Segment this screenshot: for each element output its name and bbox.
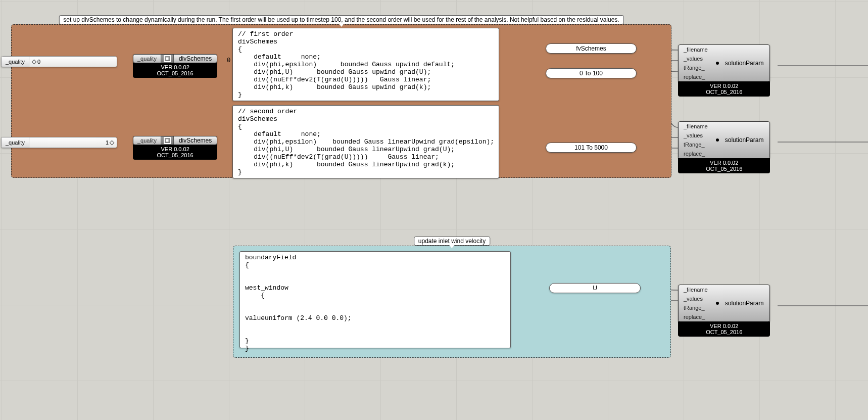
output-solutionparam[interactable]: solutionParam (722, 285, 770, 321)
version-footer: VER 0.0.02OCT_05_2016 (133, 63, 217, 78)
output-divschemes[interactable]: divSchemes (174, 55, 217, 63)
version-footer: VER 0.0.02OCT_05_2016 (133, 145, 217, 160)
input-trange[interactable]: tRange_ (679, 63, 713, 72)
text-panel-first-order[interactable]: // first order divSchemes { default none… (232, 28, 499, 101)
input-quality[interactable]: _quality (133, 55, 161, 63)
divschemes-node-1[interactable]: _quality divSchemes VER 0.0.02OCT_05_201… (133, 54, 217, 78)
input-trange[interactable]: tRange_ (679, 303, 713, 312)
slider-handle-icon (110, 140, 115, 145)
slider-quality-2[interactable]: _quality 1 (1, 137, 117, 148)
panel-index: 0 (227, 57, 230, 64)
slider-quality-1[interactable]: _quality 0 (1, 56, 117, 67)
solution-param-node-1[interactable]: _filename _values tRange_ replace_ solut… (678, 44, 770, 97)
panel-u[interactable]: U (549, 283, 641, 293)
text-panel-boundary[interactable]: boundaryField { west_window { valueunifo… (239, 251, 511, 348)
slider-track[interactable]: 0 (29, 57, 117, 67)
panel-fvschemes[interactable]: fvSchemes (546, 43, 637, 54)
input-trange[interactable]: tRange_ (679, 140, 713, 149)
input-filename[interactable]: _filename (679, 45, 713, 54)
component-icon (161, 136, 174, 145)
input-values[interactable]: _values (679, 131, 713, 140)
version-footer: VER 0.0.02OCT_05_2016 (678, 81, 770, 97)
slider-label: _quality (2, 57, 29, 67)
input-values[interactable]: _values (679, 294, 713, 303)
slider-value: 1 (106, 139, 109, 146)
slider-value: 0 (37, 59, 40, 65)
slider-handle-icon (31, 59, 36, 64)
slider-track[interactable]: 1 (29, 137, 117, 148)
component-dot-icon (716, 138, 719, 142)
output-solutionparam[interactable]: solutionParam (722, 122, 770, 158)
component-dot-icon (716, 302, 719, 305)
input-filename[interactable]: _filename (679, 285, 713, 294)
input-filename[interactable]: _filename (679, 122, 713, 131)
solution-param-node-2[interactable]: _filename _values tRange_ replace_ solut… (678, 121, 770, 173)
input-quality[interactable]: _quality (133, 136, 161, 145)
panel-range-2[interactable]: 101 To 5000 (546, 143, 637, 153)
solution-param-node-3[interactable]: _filename _values tRange_ replace_ solut… (678, 285, 770, 337)
version-footer: VER 0.0.02OCT_05_2016 (678, 321, 770, 337)
output-divschemes[interactable]: divSchemes (174, 136, 217, 145)
input-replace[interactable]: replace_ (679, 149, 713, 158)
group-label: set up divSchemes to change dynamically … (59, 15, 623, 24)
input-replace[interactable]: replace_ (679, 72, 713, 81)
version-footer: VER 0.0.02OCT_05_2016 (678, 158, 770, 173)
component-icon (161, 55, 174, 63)
input-values[interactable]: _values (679, 54, 713, 63)
panel-range-1[interactable]: 0 To 100 (546, 68, 637, 78)
slider-label: _quality (2, 137, 29, 148)
component-dot-icon (716, 62, 719, 65)
divschemes-node-2[interactable]: _quality divSchemes VER 0.0.02OCT_05_201… (133, 136, 217, 160)
text-panel-second-order[interactable]: // second order divSchemes { default non… (232, 105, 499, 178)
output-solutionparam[interactable]: solutionParam (722, 45, 770, 81)
group-label: update inlet wind velocity (414, 237, 490, 246)
input-replace[interactable]: replace_ (679, 312, 713, 321)
